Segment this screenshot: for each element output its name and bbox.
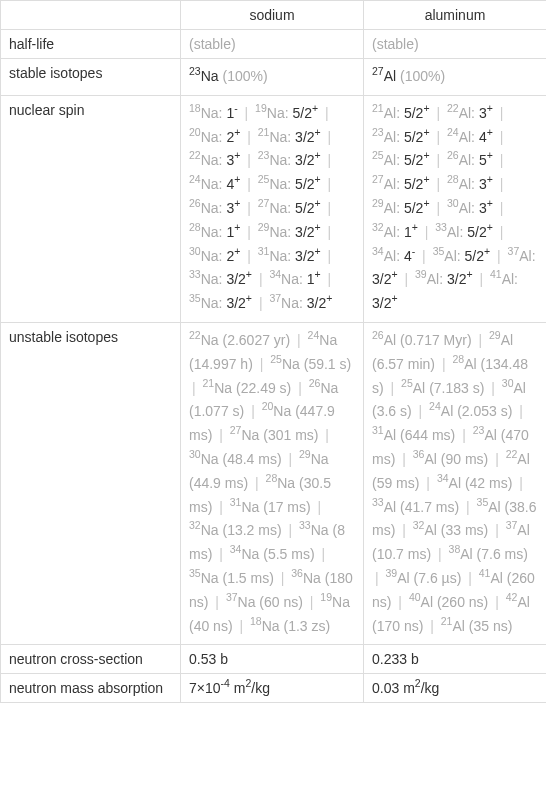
nuclear-spin-item: 28Al: [447, 176, 479, 192]
nuclear-spin-item: 21Al: [372, 105, 404, 121]
unstable-isotope-item: (10.7 ms) [372, 546, 431, 562]
row-label-neutron-cross-section: neutron cross-section [1, 645, 181, 674]
neutron-mass-absorption-aluminum: 0.03 m2/kg [364, 674, 547, 703]
nuclear-spin-item: 41Al: [490, 271, 518, 287]
row-label-neutron-mass-absorption: neutron mass absorption [1, 674, 181, 703]
nuclear-spin-item: 26Al: [447, 152, 479, 168]
unstable-isotope-item: (1.5 ms) [222, 570, 273, 586]
nuclear-spin-item: 22Al: [447, 105, 479, 121]
nuclear-spin-item: 25Al: [372, 152, 404, 168]
nuclear-spin-item: 24Al: [447, 129, 479, 145]
unstable-isotope-item: (170 ns) [372, 618, 423, 634]
nuclear-spin-item: 34Al: [372, 248, 404, 264]
unstable-isotope-item: (14.997 h) [189, 356, 253, 372]
unstable-isotope-item: (33 ms) [441, 522, 488, 538]
nuclear-spin-sodium: 18Na: 1- | 19Na: 5/2+ | 20Na: 2+ | 21Na:… [181, 95, 364, 322]
unstable-isotope-item: (59 ms) [372, 475, 419, 491]
nuclear-spin-item: 30Al: [447, 200, 479, 216]
properties-table: sodium aluminum half-life (stable) (stab… [0, 0, 546, 703]
nuclear-spin-item: 37Na: [269, 295, 306, 311]
unstable-isotope-item: (6.57 min) [372, 356, 435, 372]
nuclear-spin-item: 33Na: [189, 271, 226, 287]
header-sodium: sodium [181, 1, 364, 30]
header-aluminum: aluminum [364, 1, 547, 30]
nuclear-spin-item: 21Na: [258, 129, 295, 145]
nuclear-spin-item: 23Al: [372, 129, 404, 145]
unstable-isotope-item: (0.717 Myr) [400, 332, 472, 348]
unstable-isotope-item: (41.7 ms) [400, 499, 459, 515]
unstable-isotope-item: (13.2 ms) [222, 522, 281, 538]
nuclear-spin-item: 29Na: [258, 224, 295, 240]
unstable-isotope-item: (2.6027 yr) [222, 332, 290, 348]
unstable-isotope-item: (7.183 s) [429, 380, 484, 396]
nuclear-spin-item: 25Na: [258, 176, 295, 192]
unstable-isotope-item: (7.6 µs) [414, 570, 462, 586]
unstable-isotope-item: (260 ns) [437, 594, 488, 610]
nuclear-spin-item: 35Na: [189, 295, 226, 311]
row-label-nuclear-spin: nuclear spin [1, 95, 181, 322]
nuclear-spin-item: 20Na: [189, 129, 226, 145]
unstable-isotope-item: (48.4 ms) [222, 451, 281, 467]
nuclear-spin-item: 35Al: [433, 248, 465, 264]
unstable-isotope-item: (1.3 zs) [283, 618, 330, 634]
half-life-sodium: (stable) [181, 30, 364, 59]
nuclear-spin-item: 24Na: [189, 176, 226, 192]
row-label-stable-isotopes: stable isotopes [1, 59, 181, 96]
nuclear-spin-item: 22Na: [189, 152, 226, 168]
unstable-isotope-item: (59.1 s) [304, 356, 351, 372]
nuclear-spin-item: 39Al: [415, 271, 447, 287]
nuclear-spin-item: 34Na: [269, 271, 306, 287]
unstable-isotope-item: (17 ms) [263, 499, 310, 515]
unstable-isotope-item: (90 ms) [441, 451, 488, 467]
unstable-isotope-item: (644 ms) [400, 427, 455, 443]
unstable-isotope-item: (44.9 ms) [189, 475, 248, 491]
stable-isotopes-aluminum: 27Al (100%) [364, 59, 547, 96]
unstable-isotopes-aluminum: 26Al (0.717 Myr) | 29Al (6.57 min) | 28A… [364, 322, 547, 644]
unstable-isotope-item: (7.6 ms) [477, 546, 528, 562]
unstable-isotopes-sodium: 22Na (2.6027 yr) | 24Na (14.997 h) | 25N… [181, 322, 364, 644]
nuclear-spin-item: 26Na: [189, 200, 226, 216]
unstable-isotope-item: (1.077 s) [189, 403, 244, 419]
nuclear-spin-item: 29Al: [372, 200, 404, 216]
nuclear-spin-item: 32Al: [372, 224, 404, 240]
neutron-cross-section-aluminum: 0.233 b [364, 645, 547, 674]
nuclear-spin-item: 19Na: [255, 105, 292, 121]
nuclear-spin-item: 27Na: [258, 200, 295, 216]
unstable-isotope-item: (2.053 s) [457, 403, 512, 419]
nuclear-spin-item: 37Al: [508, 248, 536, 264]
row-label-half-life: half-life [1, 30, 181, 59]
unstable-isotope-item: (42 ms) [465, 475, 512, 491]
nuclear-spin-aluminum: 21Al: 5/2+ | 22Al: 3+ | 23Al: 5/2+ | 24A… [364, 95, 547, 322]
nuclear-spin-item: 30Na: [189, 248, 226, 264]
unstable-isotope-item: (5.5 ms) [263, 546, 314, 562]
row-label-unstable-isotopes: unstable isotopes [1, 322, 181, 644]
nuclear-spin-item: 23Na: [258, 152, 295, 168]
nuclear-spin-item: 33Al: [435, 224, 467, 240]
neutron-cross-section-sodium: 0.53 b [181, 645, 364, 674]
nuclear-spin-item: 31Na: [258, 248, 295, 264]
half-life-aluminum: (stable) [364, 30, 547, 59]
nuclear-spin-item: 27Al: [372, 176, 404, 192]
unstable-isotope-item: (3.6 s) [372, 403, 412, 419]
unstable-isotope-item: (35 ns) [469, 618, 513, 634]
neutron-mass-absorption-sodium: 7×10-4 m2/kg [181, 674, 364, 703]
stable-isotopes-sodium: 23Na (100%) [181, 59, 364, 96]
nuclear-spin-item: 18Na: [189, 105, 226, 121]
nuclear-spin-item: 28Na: [189, 224, 226, 240]
unstable-isotope-item: (301 ms) [263, 427, 318, 443]
unstable-isotope-item: (40 ns) [189, 618, 233, 634]
unstable-isotope-item: (22.49 s) [236, 380, 291, 396]
header-empty [1, 1, 181, 30]
unstable-isotope-item: (60 ns) [259, 594, 303, 610]
